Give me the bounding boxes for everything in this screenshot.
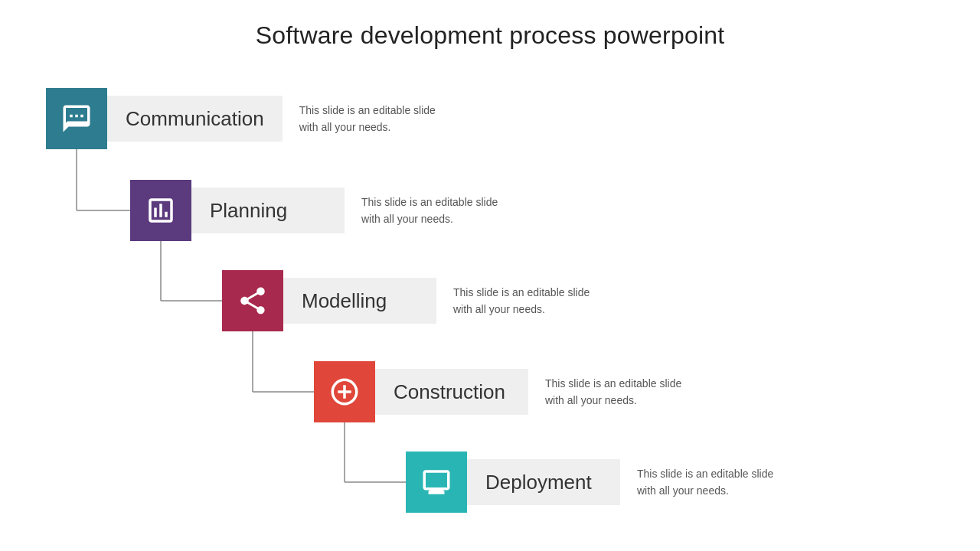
desc-planning: This slide is an editable slide with all…	[361, 194, 498, 228]
desc-deployment: This slide is an editable slide with all…	[637, 465, 773, 500]
chat-icon	[60, 103, 93, 135]
diagram-container: Communication This slide is an editable …	[0, 57, 980, 532]
label-planning: Planning	[191, 187, 345, 233]
desc-communication: This slide is an editable slide with all…	[299, 102, 436, 136]
step-planning: Planning This slide is an editable slide…	[130, 180, 498, 241]
label-construction: Construction	[375, 369, 528, 415]
step-communication: Communication This slide is an editable …	[46, 88, 436, 149]
icon-box-construction	[314, 361, 375, 422]
crane-icon	[328, 376, 361, 408]
icon-box-deployment	[406, 452, 467, 513]
icon-box-planning	[130, 180, 191, 241]
monitor-icon	[420, 466, 452, 498]
chart-icon	[145, 194, 177, 227]
label-modelling: Modelling	[283, 278, 436, 324]
step-construction: Construction This slide is an editable s…	[314, 361, 681, 422]
asterisk-icon	[237, 285, 269, 317]
label-communication: Communication	[107, 96, 283, 142]
step-deployment: Deployment This slide is an editable sli…	[406, 452, 773, 513]
desc-modelling: This slide is an editable slide with all…	[453, 284, 590, 318]
icon-box-communication	[46, 88, 107, 149]
step-modelling: Modelling This slide is an editable slid…	[222, 270, 590, 331]
label-deployment: Deployment	[467, 459, 620, 505]
desc-construction: This slide is an editable slide with all…	[545, 375, 681, 409]
page-title: Software development process powerpoint	[0, 0, 980, 57]
icon-box-modelling	[222, 270, 283, 331]
